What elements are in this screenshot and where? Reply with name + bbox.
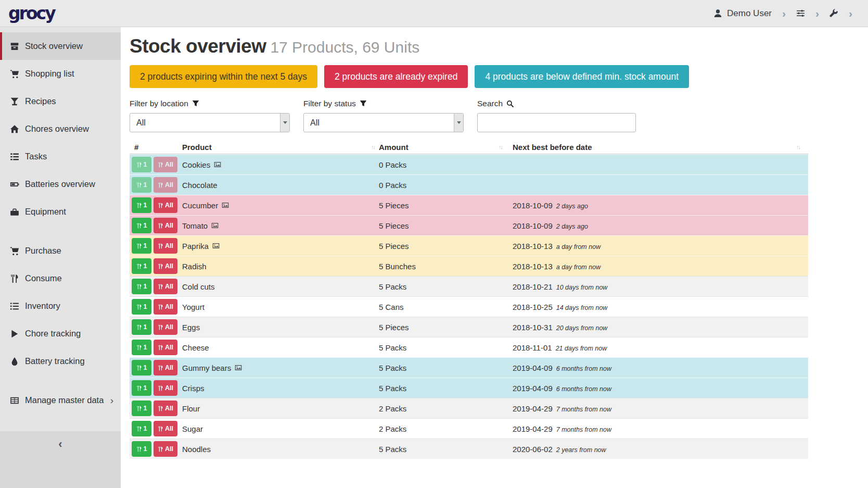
column-header-number: # [130, 140, 182, 154]
amount-cell: 5 Bunches [379, 262, 513, 271]
tasks-icon [10, 152, 19, 161]
consume-all-button[interactable]: All [154, 319, 177, 335]
search-input[interactable] [477, 113, 636, 132]
column-header-best-before[interactable]: Next best before date↑↓ [513, 140, 808, 154]
column-header-amount[interactable]: Amount↑↓ [379, 140, 513, 154]
sidebar-item-purchase[interactable]: Purchase [0, 237, 121, 265]
image-icon[interactable] [212, 242, 220, 249]
sidebar-item-consume[interactable]: Consume [0, 265, 121, 292]
consume-all-button[interactable]: All [154, 360, 177, 376]
page-subtitle: 17 Products, 69 Units [270, 39, 419, 56]
amount-cell: 2 Packs [379, 404, 513, 413]
expired-alert-button[interactable]: 2 products are already expired [324, 65, 468, 88]
product-cell: Gummy bears [182, 364, 379, 372]
image-icon[interactable] [222, 202, 229, 209]
consume-all-button[interactable]: All [154, 299, 177, 315]
consume-all-button[interactable]: All [154, 157, 177, 172]
consume-one-button[interactable]: 1 [132, 279, 151, 294]
image-icon[interactable] [214, 161, 221, 168]
utensils-icon [136, 223, 142, 229]
below-min-stock-alert-button[interactable]: 4 products are below defined min. stock … [475, 65, 689, 88]
product-cell: Crisps [182, 384, 379, 393]
consume-all-button[interactable]: All [154, 177, 177, 193]
sidebar-item-chore-tracking[interactable]: Chore tracking [0, 320, 121, 347]
sidebar-item-shopping-list[interactable]: Shopping list [0, 60, 121, 87]
consume-one-button[interactable]: 1 [132, 421, 151, 436]
consume-one-button[interactable]: 1 [132, 218, 151, 233]
consume-all-button[interactable]: All [154, 401, 177, 416]
location-filter-select[interactable]: All [130, 113, 290, 132]
best-before-cell: 2019-04-096 months from now [513, 384, 808, 393]
user-menu[interactable]: Demo User [713, 8, 772, 19]
sidebar-item-recipes[interactable]: Recipes [0, 87, 121, 115]
settings-menu[interactable] [796, 9, 805, 18]
sidebar-item-stock-overview[interactable]: Stock overview [0, 32, 121, 60]
chevron-right-icon[interactable]: › [815, 8, 819, 19]
consume-one-button[interactable]: 1 [132, 401, 151, 416]
image-icon[interactable] [211, 222, 219, 229]
consume-one-button[interactable]: 1 [132, 360, 151, 376]
table-icon [10, 396, 19, 405]
chevron-down-icon [454, 114, 463, 132]
amount-cell: 5 Packs [379, 384, 513, 393]
toolbox-icon [10, 207, 19, 217]
utensils-icon [158, 203, 163, 208]
utensils-icon [136, 264, 142, 269]
best-before-cell: 2018-10-2110 days from now [513, 282, 808, 291]
sidebar-item-tasks[interactable]: Tasks [0, 143, 121, 170]
table-row: 1All Eggs 5 Pieces 2018-10-3120 days fro… [130, 317, 808, 337]
consume-all-button[interactable]: All [154, 340, 177, 355]
glass-icon [10, 97, 19, 106]
admin-menu[interactable] [829, 9, 838, 18]
consume-all-button[interactable]: All [154, 441, 177, 457]
consume-one-button[interactable]: 1 [132, 380, 151, 396]
consume-one-button[interactable]: 1 [132, 319, 151, 335]
chevron-right-icon[interactable]: › [849, 8, 852, 19]
utensils-icon [136, 162, 142, 168]
utensils-icon [158, 223, 163, 229]
consume-one-button[interactable]: 1 [132, 238, 151, 254]
table-row: 1All Cheese 5 Packs 2018-11-0121 days fr… [130, 337, 808, 357]
consume-one-button[interactable]: 1 [132, 177, 151, 193]
consume-all-button[interactable]: All [154, 197, 177, 213]
consume-one-button[interactable]: 1 [132, 258, 151, 274]
grocy-logo[interactable]: grocy [8, 3, 55, 23]
sidebar-item-batteries-overview[interactable]: Batteries overview [0, 170, 121, 198]
utensils-icon [136, 203, 142, 208]
amount-cell: 5 Packs [379, 445, 513, 454]
user-icon [713, 9, 722, 18]
drop-icon [10, 357, 19, 366]
main-content: Stock overview17 Products, 69 Units 2 pr… [121, 27, 868, 459]
sort-icon: ↑↓ [796, 144, 800, 150]
sidebar-item-inventory[interactable]: Inventory [0, 292, 121, 320]
amount-cell: 5 Packs [379, 282, 513, 291]
sidebar-item-manage-master-data[interactable]: Manage master data › [0, 386, 121, 414]
consume-one-button[interactable]: 1 [132, 299, 151, 315]
consume-one-button[interactable]: 1 [132, 157, 151, 172]
navbar-right: Demo User › › › [713, 8, 852, 19]
sidebar-item-battery-tracking[interactable]: Battery tracking [0, 347, 121, 375]
consume-one-button[interactable]: 1 [132, 340, 151, 355]
consume-one-button[interactable]: 1 [132, 197, 151, 213]
utensils-icon [158, 264, 163, 269]
column-header-product[interactable]: Product↑↓ [182, 140, 379, 154]
expiring-alert-button[interactable]: 2 products expiring within the next 5 da… [130, 65, 317, 88]
status-filter-select[interactable]: All [303, 113, 464, 132]
consume-all-button[interactable]: All [154, 258, 177, 274]
filters-row: Filter by location All Filter by status … [130, 99, 868, 132]
location-filter-label: Filter by location [130, 99, 290, 108]
consume-all-button[interactable]: All [154, 279, 177, 294]
consume-one-button[interactable]: 1 [132, 441, 151, 457]
table-row: 1All Cold cuts 5 Packs 2018-10-2110 days… [130, 276, 808, 296]
consume-all-button[interactable]: All [154, 238, 177, 254]
image-icon[interactable] [235, 364, 242, 371]
consume-all-button[interactable]: All [154, 380, 177, 396]
sidebar-item-equipment[interactable]: Equipment [0, 198, 121, 226]
utensils-icon [158, 406, 163, 411]
sidebar-collapse-button[interactable]: ‹ [0, 431, 121, 488]
consume-all-button[interactable]: All [154, 421, 177, 436]
best-before-cell: 2019-04-297 months from now [513, 404, 808, 413]
chevron-right-icon[interactable]: › [782, 8, 786, 19]
consume-all-button[interactable]: All [154, 218, 177, 233]
sidebar-item-chores-overview[interactable]: Chores overview [0, 115, 121, 143]
